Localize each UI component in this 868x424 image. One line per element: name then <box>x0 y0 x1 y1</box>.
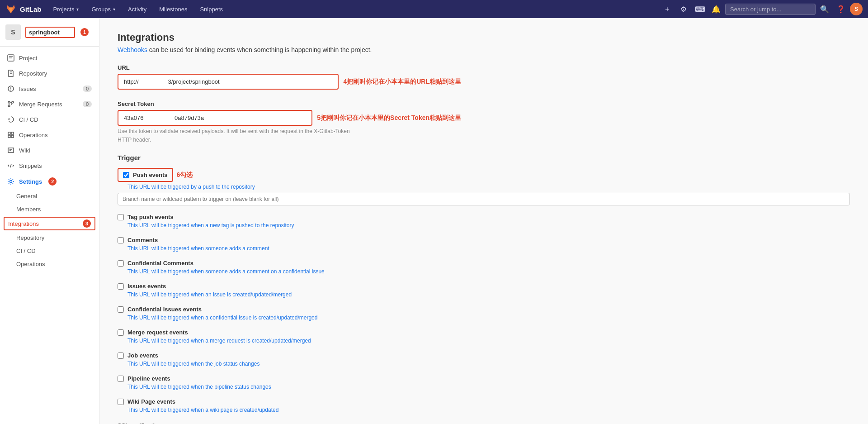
step3-badge: 3 <box>83 219 91 228</box>
nav-snippets[interactable]: Snippets <box>195 0 227 18</box>
job-events-checkbox[interactable] <box>118 353 124 359</box>
confidential-comments-checkbox[interactable] <box>118 260 124 267</box>
confidential-comments-item: Confidential Comments This URL will be t… <box>118 260 850 275</box>
issues-events-label[interactable]: Issues events <box>127 283 166 290</box>
sidebar-item-cicd[interactable]: CI / CD <box>0 112 99 127</box>
sidebar-item-project[interactable]: Project <box>0 50 99 66</box>
terminal-icon-btn[interactable]: ⌨ <box>693 2 707 16</box>
svg-point-18 <box>10 181 12 183</box>
merge-request-events-checkbox[interactable] <box>118 329 124 336</box>
sidebar-item-settings[interactable]: Settings 2 <box>0 173 99 190</box>
nav-projects[interactable]: Projects ▾ <box>49 0 84 18</box>
sidebar-item-issues[interactable]: Issues 0 <box>0 81 99 96</box>
sidebar-item-snippets[interactable]: Snippets <box>0 158 99 173</box>
sidebar-item-merge-requests[interactable]: Merge Requests 0 <box>0 96 99 112</box>
page-subtitle: Webhooks can be used for binding events … <box>118 46 850 53</box>
project-avatar: S <box>5 24 21 40</box>
confidential-issues-events-desc: This URL will be triggered when a confid… <box>127 314 850 321</box>
sidebar-sub-item-general[interactable]: General <box>0 190 99 203</box>
sidebar-item-operations-label: Operations <box>19 132 48 138</box>
sidebar-item-merge-requests-label: Merge Requests <box>19 101 62 108</box>
push-events-item: Push events 6勾选 This URL will be trigger… <box>118 168 850 205</box>
url-input[interactable] <box>118 74 339 90</box>
svg-point-8 <box>8 101 10 103</box>
svg-rect-13 <box>8 135 10 138</box>
nav-milestones[interactable]: Milestones <box>155 0 192 18</box>
nav-groups[interactable]: Groups ▾ <box>87 0 120 18</box>
comments-label[interactable]: Comments <box>127 237 158 243</box>
confidential-issues-events-item: Confidential Issues events This URL will… <box>118 306 850 321</box>
issues-badge: 0 <box>83 86 92 92</box>
confidential-comments-label[interactable]: Confidential Comments <box>127 260 193 267</box>
sidebar-sub-item-cicd[interactable]: CI / CD <box>0 244 99 257</box>
notifications-icon-btn[interactable]: 🔔 <box>709 2 723 16</box>
project-icon <box>7 54 14 62</box>
merge-requests-badge: 0 <box>83 101 92 107</box>
confidential-comments-desc: This URL will be triggered when someone … <box>127 268 850 275</box>
job-events-item: Job events This URL will be triggered wh… <box>118 352 850 367</box>
wiki-page-events-row: Wiki Page events <box>118 398 850 405</box>
merge-request-events-desc: This URL will be triggered when a merge … <box>127 338 850 344</box>
pipeline-events-checkbox[interactable] <box>118 376 124 382</box>
trigger-title: Trigger <box>118 154 850 162</box>
secret-annotation: 5把刚叫你记在小本本里的Secret Token粘贴到这里 <box>317 114 461 122</box>
tag-push-events-label[interactable]: Tag push events <box>127 214 174 220</box>
help-icon-btn[interactable]: ❓ <box>834 2 848 16</box>
secret-token-label: Secret Token <box>118 100 461 107</box>
wiki-page-events-desc: This URL will be triggered when a wiki p… <box>127 407 850 413</box>
secret-hint2: HTTP header. <box>118 137 461 143</box>
page-title: Integrations <box>118 32 850 43</box>
merge-request-events-label[interactable]: Merge request events <box>127 329 188 336</box>
sidebar-item-wiki[interactable]: Wiki <box>0 143 99 158</box>
sidebar-item-repository[interactable]: Repository <box>0 66 99 81</box>
wiki-page-events-label[interactable]: Wiki Page events <box>127 398 175 405</box>
sidebar-sub-item-integrations[interactable]: Integrations 3 <box>4 217 95 230</box>
add-icon-btn[interactable]: ＋ <box>660 2 675 16</box>
svg-rect-12 <box>11 132 14 134</box>
sidebar-item-operations[interactable]: Operations <box>0 127 99 143</box>
comments-checkbox[interactable] <box>118 237 124 243</box>
push-events-branch-input[interactable] <box>118 193 850 205</box>
sidebar-item-cicd-label: CI / CD <box>19 116 38 123</box>
search-icon-btn[interactable]: 🔍 <box>817 2 832 16</box>
job-events-label[interactable]: Job events <box>127 352 158 359</box>
projects-dropdown-arrow: ▾ <box>76 7 79 12</box>
job-events-desc: This URL will be triggered when the job … <box>127 361 850 367</box>
push-events-row: Push events 6勾选 <box>118 168 850 182</box>
comments-item: Comments This URL will be triggered when… <box>118 237 850 252</box>
pipeline-events-label[interactable]: Pipeline events <box>127 375 170 382</box>
sidebar-sub-item-members[interactable]: Members <box>0 203 99 216</box>
project-name-input[interactable] <box>25 27 75 38</box>
tag-push-events-desc: This URL will be triggered when a new ta… <box>127 222 850 229</box>
main-content: Integrations Webhooks can be used for bi… <box>99 18 868 424</box>
navbar-right: ＋ ⚙ ⌨ 🔔 🔍 ❓ S <box>660 2 863 16</box>
confidential-issues-events-label[interactable]: Confidential Issues events <box>127 306 202 313</box>
svg-point-9 <box>8 105 10 107</box>
page-subtitle-text: can be used for binding events when some… <box>149 46 372 53</box>
issues-events-item: Issues events This URL will be triggered… <box>118 283 850 298</box>
top-navbar: GitLab Projects ▾ Groups ▾ Activity Mile… <box>0 0 868 18</box>
sidebar-item-issues-label: Issues <box>19 86 36 92</box>
secret-token-input[interactable] <box>118 110 312 126</box>
push-events-label[interactable]: Push events <box>133 172 168 178</box>
admin-icon-btn[interactable]: ⚙ <box>676 2 691 16</box>
merge-request-events-row: Merge request events <box>118 329 850 336</box>
issues-events-checkbox[interactable] <box>118 283 124 290</box>
wiki-page-events-checkbox[interactable] <box>118 399 124 405</box>
sidebar-sub-item-repository[interactable]: Repository <box>0 231 99 244</box>
url-row: 4把刚叫你记在小本本里的URL粘贴到这里 <box>118 74 461 90</box>
push-events-desc: This URL will be triggered by a push to … <box>127 184 850 190</box>
tag-push-events-row: Tag push events <box>118 214 850 220</box>
confidential-issues-events-checkbox[interactable] <box>118 306 124 313</box>
brand-logo[interactable]: GitLab <box>5 4 42 14</box>
webhooks-link[interactable]: Webhooks <box>118 46 147 53</box>
push-events-checkbox[interactable] <box>123 172 129 178</box>
comments-desc: This URL will be triggered when someone … <box>127 245 850 252</box>
sidebar-sub-item-operations[interactable]: Operations <box>0 257 99 271</box>
search-input[interactable] <box>725 4 816 15</box>
confidential-issues-events-row: Confidential Issues events <box>118 306 850 313</box>
tag-push-events-checkbox[interactable] <box>118 214 124 220</box>
confidential-comments-row: Confidential Comments <box>118 260 850 267</box>
nav-activity[interactable]: Activity <box>123 0 151 18</box>
avatar[interactable]: S <box>850 3 863 15</box>
